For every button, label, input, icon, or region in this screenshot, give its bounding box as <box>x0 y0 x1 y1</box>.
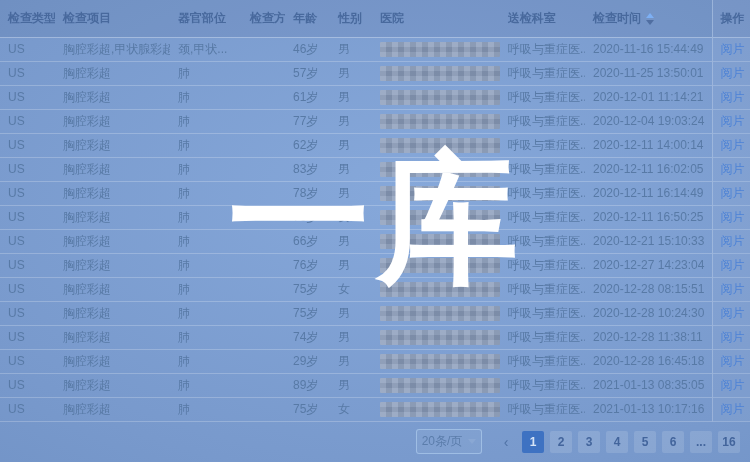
cell-hospital <box>372 133 500 157</box>
redacted-hospital-block <box>380 378 500 393</box>
table-row: US 胸腔彩超 肺 76岁 女 呼吸与重症医... 2020-12-11 16:… <box>0 205 750 229</box>
cell-exam-type: US <box>0 277 55 301</box>
column-header-gender: 性别 <box>330 0 372 37</box>
cell-organ-part: 肺 <box>170 301 242 325</box>
cell-exam-project: 胸腔彩超 <box>55 109 170 133</box>
read-film-link[interactable]: 阅片 <box>721 402 745 416</box>
cell-organ-part: 肺 <box>170 349 242 373</box>
table-row: US 胸腔彩超 肺 57岁 男 呼吸与重症医... 2020-11-25 13:… <box>0 61 750 85</box>
cell-hospital <box>372 181 500 205</box>
read-film-link[interactable]: 阅片 <box>721 354 745 368</box>
page-button-4[interactable]: 4 <box>606 431 628 453</box>
read-film-link[interactable]: 阅片 <box>721 114 745 128</box>
cell-exam-time: 2020-12-28 08:15:51 <box>585 277 712 301</box>
cell-age: 62岁 <box>285 133 330 157</box>
page-button-2[interactable]: 2 <box>550 431 572 453</box>
cell-hospital <box>372 301 500 325</box>
cell-age: 74岁 <box>285 325 330 349</box>
page-size-select[interactable]: 20条/页 <box>416 429 482 454</box>
cell-exam-method <box>242 109 285 133</box>
cell-age: 75岁 <box>285 277 330 301</box>
read-film-link[interactable]: 阅片 <box>721 330 745 344</box>
column-label: 检查时间 <box>593 11 641 25</box>
table-row: US 胸腔彩超 肺 61岁 男 呼吸与重症医... 2020-12-01 11:… <box>0 85 750 109</box>
cell-exam-time: 2020-12-01 11:14:21 <box>585 85 712 109</box>
read-film-link[interactable]: 阅片 <box>721 138 745 152</box>
page-button-16[interactable]: 16 <box>718 431 740 453</box>
cell-organ-part: 肺 <box>170 61 242 85</box>
cell-exam-time: 2020-12-11 16:14:49 <box>585 181 712 205</box>
cell-organ-part: 颈,甲状... <box>170 37 242 61</box>
redacted-hospital-block <box>380 354 500 369</box>
cell-exam-type: US <box>0 397 55 421</box>
column-label: 检查类型 <box>8 11 55 25</box>
page-button-3[interactable]: 3 <box>578 431 600 453</box>
cell-exam-time: 2020-12-28 16:45:18 <box>585 349 712 373</box>
column-label: 器官部位 <box>178 11 226 25</box>
cell-exam-time: 2020-12-28 11:38:11 <box>585 325 712 349</box>
cell-department: 呼吸与重症医... <box>500 61 585 85</box>
read-film-link[interactable]: 阅片 <box>721 66 745 80</box>
read-film-link[interactable]: 阅片 <box>721 210 745 224</box>
cell-age: 46岁 <box>285 37 330 61</box>
cell-exam-project: 胸腔彩超 <box>55 85 170 109</box>
cell-exam-project: 胸腔彩超 <box>55 229 170 253</box>
cell-action: 阅片 <box>712 277 750 301</box>
cell-action: 阅片 <box>712 181 750 205</box>
read-film-link[interactable]: 阅片 <box>721 186 745 200</box>
cell-exam-type: US <box>0 373 55 397</box>
cell-organ-part: 肺 <box>170 109 242 133</box>
read-film-link[interactable]: 阅片 <box>721 306 745 320</box>
cell-organ-part: 肺 <box>170 229 242 253</box>
more-pages-button[interactable]: ... <box>690 431 712 453</box>
read-film-link[interactable]: 阅片 <box>721 90 745 104</box>
cell-age: 75岁 <box>285 301 330 325</box>
page-button-6[interactable]: 6 <box>662 431 684 453</box>
read-film-link[interactable]: 阅片 <box>721 378 745 392</box>
read-film-link[interactable]: 阅片 <box>721 162 745 176</box>
cell-age: 76岁 <box>285 205 330 229</box>
cell-exam-project: 胸腔彩超 <box>55 325 170 349</box>
cell-organ-part: 肺 <box>170 157 242 181</box>
cell-department: 呼吸与重症医... <box>500 157 585 181</box>
cell-action: 阅片 <box>712 325 750 349</box>
cell-hospital <box>372 277 500 301</box>
read-film-link[interactable]: 阅片 <box>721 282 745 296</box>
cell-gender: 男 <box>330 181 372 205</box>
column-label: 操作 <box>721 11 745 25</box>
column-label: 送检科室 <box>508 11 556 25</box>
cell-department: 呼吸与重症医... <box>500 277 585 301</box>
cell-age: 77岁 <box>285 109 330 133</box>
read-film-link[interactable]: 阅片 <box>721 258 745 272</box>
cell-gender: 女 <box>330 205 372 229</box>
column-header-action: 操作 <box>712 0 750 37</box>
page-button-1[interactable]: 1 <box>522 431 544 453</box>
prev-page-button[interactable]: ‹ <box>496 431 516 453</box>
table-body: US 胸腔彩超,甲状腺彩超 颈,甲状... 46岁 男 呼吸与重症医... 20… <box>0 37 750 421</box>
redacted-hospital-block <box>380 306 500 321</box>
read-film-link[interactable]: 阅片 <box>721 234 745 248</box>
cell-exam-type: US <box>0 85 55 109</box>
cell-exam-type: US <box>0 301 55 325</box>
cell-hospital <box>372 157 500 181</box>
column-header-part: 器官部位 <box>170 0 242 37</box>
column-header-time[interactable]: 检查时间 <box>585 0 712 37</box>
cell-exam-project: 胸腔彩超 <box>55 205 170 229</box>
table-row: US 胸腔彩超 肺 83岁 男 呼吸与重症医... 2020-12-11 16:… <box>0 157 750 181</box>
redacted-hospital-block <box>380 258 500 273</box>
cell-organ-part: 肺 <box>170 397 242 421</box>
cell-exam-time: 2020-11-25 13:50:01 <box>585 61 712 85</box>
cell-exam-project: 胸腔彩超 <box>55 253 170 277</box>
page-button-5[interactable]: 5 <box>634 431 656 453</box>
cell-gender: 男 <box>330 325 372 349</box>
redacted-hospital-block <box>380 90 500 105</box>
cell-exam-method <box>242 61 285 85</box>
cell-exam-type: US <box>0 109 55 133</box>
read-film-link[interactable]: 阅片 <box>721 42 745 56</box>
cell-exam-project: 胸腔彩超 <box>55 349 170 373</box>
cell-age: 29岁 <box>285 349 330 373</box>
cell-gender: 女 <box>330 397 372 421</box>
cell-exam-type: US <box>0 253 55 277</box>
sort-caret-icon[interactable] <box>646 13 654 25</box>
exam-table: 检查类型检查项目器官部位检查方法年龄性别医院送检科室检查时间操作 US 胸腔彩超… <box>0 0 750 422</box>
